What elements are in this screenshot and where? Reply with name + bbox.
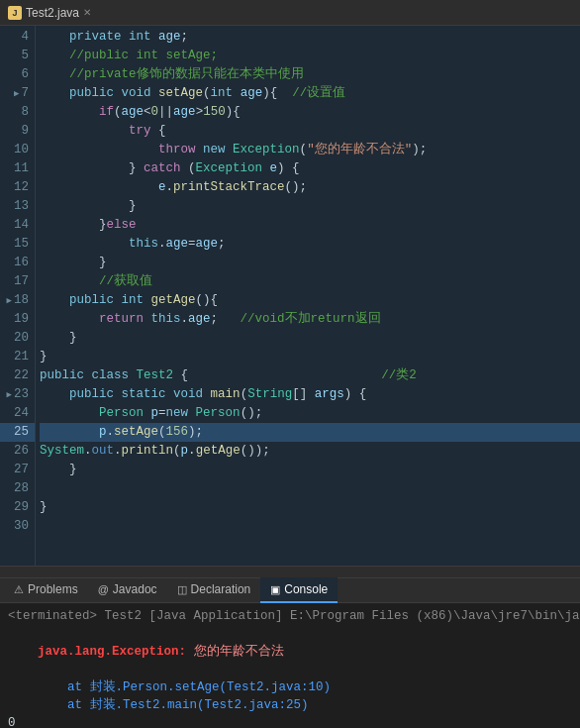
line-27: 27 bbox=[0, 461, 35, 479]
horizontal-scrollbar[interactable] bbox=[0, 566, 580, 577]
title-bar: J Test2.java ✕ bbox=[0, 0, 580, 26]
code-editor: 4 5 6 7 8 9 10 11 12 13 14 15 16 17 18 1… bbox=[0, 26, 580, 566]
code-line-13: } bbox=[40, 197, 580, 216]
line-22: 22 bbox=[0, 366, 35, 385]
console-exception-type: java.lang.Exception: bbox=[38, 645, 186, 659]
line-25: 25 bbox=[0, 423, 35, 442]
code-line-20: } bbox=[40, 329, 580, 348]
code-line-29: } bbox=[40, 498, 580, 517]
code-line-28 bbox=[40, 479, 580, 498]
code-content[interactable]: private int age; //public int setAge; //… bbox=[36, 26, 580, 566]
line-30: 30 bbox=[0, 517, 35, 536]
line-14: 14 bbox=[0, 216, 35, 235]
tab-javadoc[interactable]: @ Javadoc bbox=[88, 577, 167, 603]
tab-javadoc-label: Javadoc bbox=[113, 582, 157, 596]
code-line-18: public int getAge(){ bbox=[40, 291, 580, 310]
file-tab[interactable]: J Test2.java ✕ bbox=[8, 6, 91, 20]
line-29: 29 bbox=[0, 498, 35, 517]
problems-icon: ⚠ bbox=[14, 583, 24, 596]
code-line-7: public void setAge(int age){ //设置值 bbox=[40, 84, 580, 103]
code-line-12: e.printStackTrace(); bbox=[40, 178, 580, 197]
code-line-30 bbox=[40, 517, 580, 536]
code-line-24: Person p=new Person(); bbox=[40, 404, 580, 423]
line-23: 23 bbox=[0, 385, 35, 404]
tab-console-label: Console bbox=[284, 582, 328, 596]
line-7: 7 bbox=[0, 84, 35, 103]
line-21: 21 bbox=[0, 348, 35, 366]
line-18: 18 bbox=[0, 291, 35, 310]
javadoc-icon: @ bbox=[98, 583, 109, 595]
console-exception-line: java.lang.Exception: 您的年龄不合法 bbox=[8, 625, 572, 678]
line-5: 5 bbox=[0, 47, 35, 65]
line-20: 20 bbox=[0, 329, 35, 348]
tab-console[interactable]: ▣ Console bbox=[260, 577, 338, 603]
line-24: 24 bbox=[0, 404, 35, 423]
tab-declaration[interactable]: ◫ Declaration bbox=[167, 577, 261, 603]
code-line-22: public class Test2 { //类2 bbox=[40, 366, 580, 385]
declaration-icon: ◫ bbox=[177, 583, 187, 596]
line-10: 10 bbox=[0, 141, 35, 159]
line-12: 12 bbox=[0, 178, 35, 197]
console-stack-2: at 封装.Test2.main(Test2.java:25) bbox=[8, 696, 572, 714]
line-8: 8 bbox=[0, 103, 35, 122]
line-9: 9 bbox=[0, 122, 35, 141]
code-line-4: private int age; bbox=[40, 28, 580, 47]
tab-problems[interactable]: ⚠ Problems bbox=[4, 577, 88, 603]
code-line-10: throw new Exception("您的年龄不合法"); bbox=[40, 141, 580, 159]
code-line-9: try { bbox=[40, 122, 580, 141]
line-15: 15 bbox=[0, 235, 35, 254]
line-13: 13 bbox=[0, 197, 35, 216]
line-11: 11 bbox=[0, 159, 35, 178]
line-numbers: 4 5 6 7 8 9 10 11 12 13 14 15 16 17 18 1… bbox=[0, 26, 36, 566]
code-line-23: public static void main(String[] args) { bbox=[40, 385, 580, 404]
console-icon: ▣ bbox=[270, 583, 280, 596]
tab-declaration-label: Declaration bbox=[191, 582, 251, 596]
filename: Test2.java bbox=[26, 6, 79, 20]
code-line-25: p.setAge(156); bbox=[40, 423, 580, 442]
line-16: 16 bbox=[0, 254, 35, 272]
code-line-15: this.age=age; bbox=[40, 235, 580, 254]
line-28: 28 bbox=[0, 479, 35, 498]
java-file-icon: J bbox=[8, 6, 22, 20]
console-output-value: 0 bbox=[8, 714, 572, 728]
code-line-21: } bbox=[40, 348, 580, 366]
code-line-8: if(age<0||age>150){ bbox=[40, 103, 580, 122]
code-line-16: } bbox=[40, 254, 580, 272]
tab-problems-label: Problems bbox=[28, 582, 78, 596]
code-line-14: }else bbox=[40, 216, 580, 235]
line-4: 4 bbox=[0, 28, 35, 47]
console-terminated-line: <terminated> Test2 [Java Application] E:… bbox=[8, 607, 572, 625]
code-line-11: } catch (Exception e) { bbox=[40, 159, 580, 178]
line-26: 26 bbox=[0, 442, 35, 461]
code-line-26: System.out.println(p.getAge()); bbox=[40, 442, 580, 461]
console-exception-msg: 您的年龄不合法 bbox=[186, 645, 284, 659]
code-line-19: return this.age; //void不加return返回 bbox=[40, 310, 580, 329]
line-6: 6 bbox=[0, 65, 35, 84]
bottom-tab-bar: ⚠ Problems @ Javadoc ◫ Declaration ▣ Con… bbox=[0, 577, 580, 603]
code-line-5: //public int setAge; bbox=[40, 47, 580, 65]
code-line-17: //获取值 bbox=[40, 272, 580, 291]
code-line-27: } bbox=[40, 461, 580, 479]
close-tab-button[interactable]: ✕ bbox=[83, 7, 91, 18]
code-line-6: //private修饰的数据只能在本类中使用 bbox=[40, 65, 580, 84]
line-17: 17 bbox=[0, 272, 35, 291]
console-stack-1: at 封装.Person.setAge(Test2.java:10) bbox=[8, 678, 572, 696]
line-19: 19 bbox=[0, 310, 35, 329]
console-output: <terminated> Test2 [Java Application] E:… bbox=[0, 603, 580, 728]
